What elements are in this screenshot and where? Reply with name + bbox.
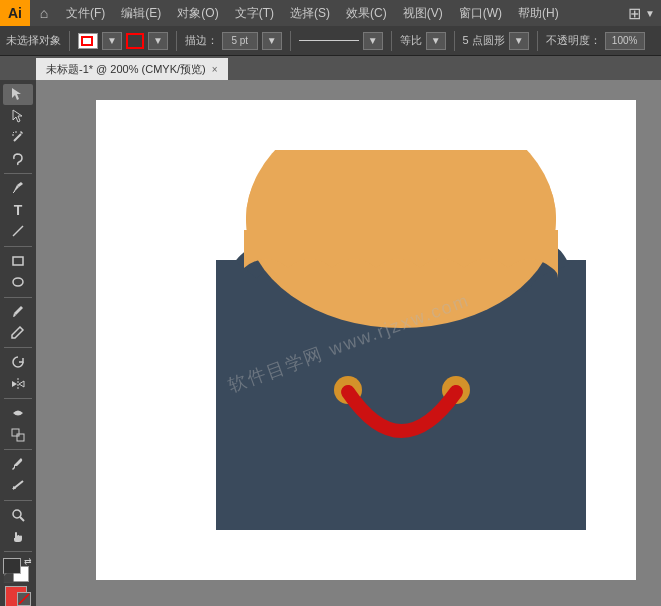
svg-line-0 xyxy=(14,134,21,141)
canvas-area: 软件目学网 www.rjzxw.com xyxy=(36,80,661,606)
menu-bar: Ai ⌂ 文件(F) 编辑(E) 对象(O) 文字(T) 选择(S) 效果(C)… xyxy=(0,0,661,26)
reset-colors-icon[interactable]: ⬛ xyxy=(3,573,14,583)
foreground-color[interactable] xyxy=(3,558,21,574)
pen-tool[interactable] xyxy=(3,178,33,199)
svg-line-16 xyxy=(19,594,29,604)
pencil-tool[interactable] xyxy=(3,323,33,344)
menu-select[interactable]: 选择(S) xyxy=(282,0,338,26)
rotate-tool[interactable] xyxy=(3,352,33,373)
stroke-value-input[interactable] xyxy=(222,32,258,50)
separator-5 xyxy=(454,31,455,51)
svg-line-5 xyxy=(13,226,23,236)
opacity-label: 不透明度： xyxy=(546,33,601,48)
tab-title: 未标题-1* @ 200% (CMYK/预览) xyxy=(46,62,206,77)
chevron-down-icon: ▼ xyxy=(645,8,655,19)
stroke-dropdown[interactable]: ▼ xyxy=(102,32,122,50)
svg-rect-6 xyxy=(13,257,23,265)
gradient-none-icons xyxy=(3,586,33,606)
svg-line-4 xyxy=(13,191,15,193)
tab-close-button[interactable]: × xyxy=(212,64,218,75)
separator-2 xyxy=(176,31,177,51)
svg-point-14 xyxy=(13,510,21,518)
document-canvas xyxy=(96,100,636,580)
svg-point-7 xyxy=(13,278,23,286)
tool-divider-4 xyxy=(4,347,32,348)
home-button[interactable]: ⌂ xyxy=(30,0,58,26)
brush-profile-dropdown[interactable]: ▼ xyxy=(509,32,529,50)
separator-6 xyxy=(537,31,538,51)
tool-divider-8 xyxy=(4,551,32,552)
stroke-unit-dropdown[interactable]: ▼ xyxy=(262,32,282,50)
ellipse-tool[interactable] xyxy=(3,272,33,293)
line-style-sample xyxy=(299,34,359,48)
menu-type[interactable]: 文字(T) xyxy=(227,0,282,26)
svg-line-15 xyxy=(20,517,24,521)
points-label: 5 点圆形 xyxy=(463,33,505,48)
line-style-dropdown[interactable]: ▼ xyxy=(363,32,383,50)
line-inner xyxy=(299,40,359,41)
reflect-tool[interactable] xyxy=(3,374,33,395)
options-bar: 未选择对象 ▼ ▼ 描边： ▼ ▼ 等比 ▼ 5 点圆形 ▼ 不透明度： xyxy=(0,26,661,56)
toolbar: T xyxy=(0,80,36,606)
document-tab[interactable]: 未标题-1* @ 200% (CMYK/预览) × xyxy=(36,58,228,80)
menu-edit[interactable]: 编辑(E) xyxy=(113,0,169,26)
face-illustration xyxy=(216,150,586,530)
stroke-color-swatch[interactable] xyxy=(78,33,98,49)
opacity-input[interactable] xyxy=(605,32,645,50)
direct-selection-tool[interactable] xyxy=(3,106,33,127)
eyedropper-tool[interactable] xyxy=(3,454,33,475)
selection-tool[interactable] xyxy=(3,84,33,105)
separator-3 xyxy=(290,31,291,51)
rect-tool[interactable] xyxy=(3,250,33,271)
fill-dropdown[interactable]: ▼ xyxy=(148,32,168,50)
menu-file[interactable]: 文件(F) xyxy=(58,0,113,26)
swap-colors-icon[interactable]: ⇄ xyxy=(24,556,32,566)
svg-rect-10 xyxy=(17,434,24,441)
ratio-label: 等比 xyxy=(400,33,422,48)
svg-line-11 xyxy=(13,481,23,489)
tool-divider-5 xyxy=(4,398,32,399)
menu-view[interactable]: 视图(V) xyxy=(395,0,451,26)
tool-divider-1 xyxy=(4,173,32,174)
no-selection-label: 未选择对象 xyxy=(6,33,61,48)
ai-logo: Ai xyxy=(0,0,30,26)
tab-bar: 未标题-1* @ 200% (CMYK/预览) × xyxy=(0,56,661,80)
zoom-tool[interactable] xyxy=(3,505,33,526)
face-svg xyxy=(216,150,586,530)
magic-wand-tool[interactable] xyxy=(3,127,33,148)
color-swatches: ⇄ ⬛ xyxy=(3,558,33,583)
stroke-inner xyxy=(81,36,93,46)
shape-builder-tool[interactable] xyxy=(3,425,33,446)
svg-line-3 xyxy=(13,132,14,133)
separator-1 xyxy=(69,31,70,51)
menu-effect[interactable]: 效果(C) xyxy=(338,0,395,26)
menu-right: ⊞ ▼ xyxy=(628,4,661,23)
width-tool[interactable] xyxy=(3,403,33,424)
stroke-label: 描边： xyxy=(185,33,218,48)
type-tool[interactable]: T xyxy=(3,200,33,221)
hand-tool[interactable] xyxy=(3,526,33,547)
separator-4 xyxy=(391,31,392,51)
tool-divider-3 xyxy=(4,297,32,298)
line-tool[interactable] xyxy=(3,221,33,242)
none-icon[interactable] xyxy=(17,592,31,606)
fill-icon xyxy=(126,33,144,49)
tool-divider-2 xyxy=(4,246,32,247)
menu-help[interactable]: 帮助(H) xyxy=(510,0,567,26)
measure-tool[interactable] xyxy=(3,475,33,496)
menu-object[interactable]: 对象(O) xyxy=(169,0,226,26)
main-layout: T xyxy=(0,80,661,606)
variable-width-dropdown[interactable]: ▼ xyxy=(426,32,446,50)
menu-window[interactable]: 窗口(W) xyxy=(451,0,510,26)
svg-rect-9 xyxy=(12,429,19,436)
tool-divider-7 xyxy=(4,500,32,501)
grid-icon: ⊞ xyxy=(628,4,641,23)
paintbrush-tool[interactable] xyxy=(3,301,33,322)
lasso-tool[interactable] xyxy=(3,149,33,170)
tool-divider-6 xyxy=(4,449,32,450)
